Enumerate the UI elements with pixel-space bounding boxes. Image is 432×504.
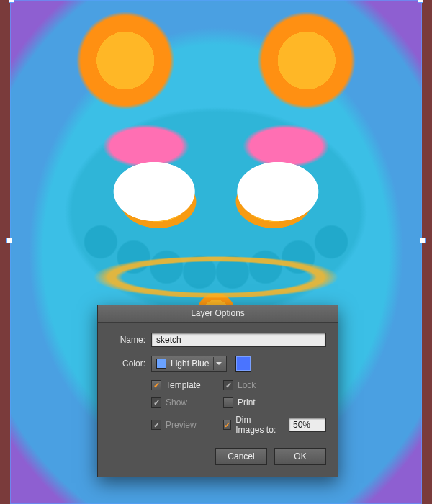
show-label: Show [166,397,187,408]
row-name: Name: [109,333,326,347]
checkbox-grid: Template Lock Show Print Preview Dim Ima [151,380,326,435]
ok-button[interactable]: OK [274,448,326,465]
lock-checkbox: Lock [223,380,326,390]
preview-label: Preview [166,420,197,430]
cancel-button[interactable]: Cancel [215,448,267,465]
checkbox-icon [223,380,233,390]
chevron-down-icon [213,357,223,370]
show-checkbox: Show [151,397,217,408]
name-input[interactable] [151,333,326,347]
print-checkbox[interactable]: Print [223,397,326,408]
template-label: Template [166,380,201,390]
checkbox-icon [151,397,161,408]
row-color: Color: Light Blue [109,356,326,372]
dialog-body: Name: Color: Light Blue Template Lock [98,323,338,477]
checkbox-icon [223,397,233,408]
color-select[interactable]: Light Blue [151,356,227,372]
dialog-title: Layer Options [191,308,245,318]
color-select-value: Light Blue [171,359,209,369]
dialog-titlebar[interactable]: Layer Options [98,305,338,323]
checkbox-icon [151,380,161,390]
checkbox-icon [151,420,161,430]
dim-images-input[interactable] [289,418,326,432]
print-label: Print [238,397,256,408]
color-swatch[interactable] [235,356,251,372]
template-checkbox[interactable]: Template [151,380,217,390]
dim-images-checkbox[interactable]: Dim Images to: [223,415,326,435]
color-select-swatch-icon [156,359,166,369]
dialog-buttons: Cancel OK [109,448,326,465]
layer-options-dialog: Layer Options Name: Color: Light Blue Te… [97,305,338,477]
color-label: Color: [109,359,145,369]
lock-label: Lock [238,380,256,390]
dim-images-label: Dim Images to: [235,415,280,435]
preview-checkbox: Preview [151,420,217,430]
name-label: Name: [109,335,145,345]
checkbox-icon [223,420,231,430]
